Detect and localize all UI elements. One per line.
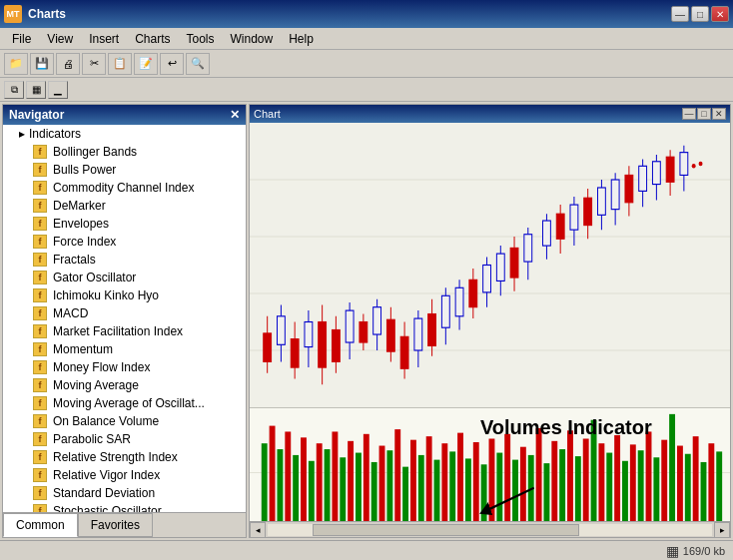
menu-insert[interactable]: Insert	[81, 30, 127, 48]
navigator-close[interactable]: ✕	[230, 108, 240, 122]
wc-btn-cascade[interactable]: ⧉	[4, 81, 24, 99]
inner-title-bar: Chart — □ ✕	[250, 105, 730, 123]
svg-rect-6	[264, 333, 272, 362]
toolbar-btn-5[interactable]: 📋	[108, 53, 132, 75]
toolbar-btn-6[interactable]: 📝	[134, 53, 158, 75]
indicator-icon: f	[33, 288, 47, 302]
svg-rect-129	[716, 451, 722, 531]
menu-window[interactable]: Window	[223, 30, 282, 48]
toolbar-btn-4[interactable]: ✂	[82, 53, 106, 75]
toolbar-btn-8[interactable]: 🔍	[186, 53, 210, 75]
svg-rect-64	[666, 157, 674, 182]
nav-item-force[interactable]: f Force Index	[3, 233, 246, 251]
nav-item-ichimoku[interactable]: f Ichimoku Kinko Hyo	[3, 286, 246, 304]
close-button[interactable]: ✕	[711, 6, 729, 22]
toolbar-btn-1[interactable]: 📁	[4, 53, 28, 75]
menu-help[interactable]: Help	[281, 30, 322, 48]
nav-item-mfi-market[interactable]: f Market Facilitation Index	[3, 322, 246, 340]
nav-item-stochastic[interactable]: f Stochastic Oscillator	[3, 502, 246, 512]
nav-item-envelopes[interactable]: f Envelopes	[3, 215, 246, 233]
navigator-header: Navigator ✕	[3, 105, 246, 125]
navigator-list[interactable]: ▸ Indicators f Bollinger Bands f Bulls P…	[3, 125, 246, 512]
inner-minimize[interactable]: —	[682, 108, 696, 120]
toolbar-btn-7[interactable]: ↩	[160, 53, 184, 75]
svg-rect-123	[669, 414, 675, 531]
nav-item-bollinger[interactable]: f Bollinger Bands	[3, 143, 246, 161]
indicator-icon: f	[33, 217, 47, 231]
status-memory: ▦ 169/0 kb	[666, 543, 725, 559]
nav-item-gator[interactable]: f Gator Oscillator	[3, 269, 246, 286]
toolbar-btn-3[interactable]: 🖨	[56, 53, 80, 75]
indicator-icon: f	[33, 360, 47, 374]
nav-item-mfi-money[interactable]: f Money Flow Index	[3, 358, 246, 376]
minimize-button[interactable]: —	[671, 6, 689, 22]
wc-btn-min-all[interactable]: ▁	[48, 81, 68, 99]
indicator-icon: f	[33, 342, 47, 356]
svg-rect-104	[520, 447, 526, 531]
memory-icon: ▦	[666, 543, 679, 559]
nav-item-rvi[interactable]: f Relative Vigor Index	[3, 466, 246, 484]
toolbar-btn-2[interactable]: 💾	[30, 53, 54, 75]
svg-rect-16	[332, 329, 340, 361]
status-bar: ▦ 169/0 kb	[0, 540, 733, 560]
nav-item-cci[interactable]: f Commodity Channel Index	[3, 179, 246, 197]
svg-rect-96	[457, 433, 463, 532]
chart-area: Chart — □ ✕	[249, 104, 731, 538]
svg-rect-10	[291, 339, 299, 368]
indicator-icon: f	[33, 235, 47, 249]
svg-rect-105	[528, 455, 534, 531]
wc-btn-tile[interactable]: ▦	[26, 81, 46, 99]
svg-rect-116	[614, 435, 620, 531]
menu-file[interactable]: File	[4, 30, 39, 48]
indicator-icon: f	[33, 253, 47, 267]
nav-item-demarker[interactable]: f DeMarker	[3, 197, 246, 215]
svg-point-68	[699, 162, 703, 167]
scroll-thumb-h[interactable]	[313, 524, 579, 536]
inner-close[interactable]: ✕	[712, 108, 726, 120]
svg-rect-56	[611, 180, 619, 210]
indicator-icon: f	[33, 486, 47, 500]
nav-item-bulls[interactable]: f Bulls Power	[3, 161, 246, 179]
app-title: Charts	[28, 7, 66, 21]
indicator-icon: f	[33, 163, 47, 177]
svg-rect-66	[680, 153, 688, 176]
nav-item-obv[interactable]: f On Balance Volume	[3, 412, 246, 430]
menu-charts[interactable]: Charts	[127, 30, 178, 48]
menu-view[interactable]: View	[39, 30, 81, 48]
indicator-icon: f	[33, 504, 47, 512]
indicator-icon: f	[33, 181, 47, 195]
tab-common[interactable]: Common	[3, 513, 78, 537]
indicator-icon: f	[33, 378, 47, 392]
indicators-section: ▸ Indicators	[3, 125, 246, 143]
svg-rect-62	[652, 162, 660, 185]
indicator-icon: f	[33, 396, 47, 410]
inner-maximize[interactable]: □	[697, 108, 711, 120]
nav-item-ma[interactable]: f Moving Average	[3, 376, 246, 394]
svg-rect-26	[400, 336, 408, 368]
svg-rect-118	[630, 444, 636, 531]
nav-item-rsi[interactable]: f Relative Strength Index	[3, 448, 246, 466]
nav-item-ma-osc[interactable]: f Moving Average of Oscillat...	[3, 394, 246, 412]
nav-item-macd[interactable]: f MACD	[3, 304, 246, 322]
svg-rect-34	[455, 287, 463, 316]
indicator-icon: f	[33, 414, 47, 428]
menu-tools[interactable]: Tools	[179, 30, 223, 48]
tab-favorites[interactable]: Favorites	[78, 513, 153, 537]
svg-rect-60	[639, 166, 647, 191]
maximize-button[interactable]: □	[691, 6, 709, 22]
horizontal-scrollbar[interactable]: ◂ ▸	[250, 521, 730, 537]
nav-item-fractals[interactable]: f Fractals	[3, 251, 246, 269]
scroll-left[interactable]: ◂	[250, 522, 266, 538]
nav-item-momentum[interactable]: f Momentum	[3, 340, 246, 358]
svg-rect-106	[536, 428, 542, 531]
svg-rect-52	[584, 198, 592, 225]
svg-rect-44	[524, 235, 532, 262]
svg-rect-78	[317, 443, 323, 531]
memory-usage: 169/0 kb	[683, 545, 725, 557]
svg-rect-30	[428, 314, 436, 346]
svg-rect-82	[348, 441, 354, 531]
indicator-icon: f	[33, 271, 47, 284]
nav-item-stddev[interactable]: f Standard Deviation	[3, 484, 246, 502]
nav-item-parabolic[interactable]: f Parabolic SAR	[3, 430, 246, 448]
scroll-right[interactable]: ▸	[714, 522, 730, 538]
